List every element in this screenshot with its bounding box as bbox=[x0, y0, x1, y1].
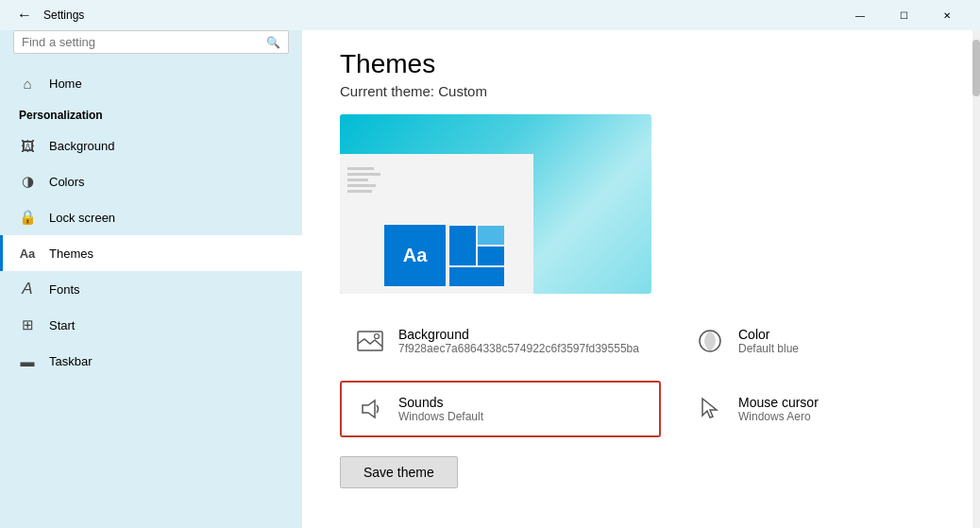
sounds-option-subtitle: Windows Default bbox=[398, 410, 483, 423]
svg-marker-3 bbox=[363, 400, 375, 417]
background-option-text: Background 7f928aec7a6864338c574922c6f35… bbox=[398, 327, 639, 355]
svg-marker-4 bbox=[702, 399, 717, 417]
sidebar-item-label: Taskbar bbox=[49, 354, 93, 368]
sidebar-section-personalization: Personalization bbox=[0, 101, 302, 128]
background-option-subtitle: 7f928aec7a6864338c574922c6f3597fd39555ba bbox=[398, 342, 639, 355]
option-background[interactable]: Background 7f928aec7a6864338c574922c6f35… bbox=[340, 313, 661, 369]
lock-icon: 🔒 bbox=[19, 209, 36, 226]
mouse-cursor-option-title: Mouse cursor bbox=[738, 395, 819, 410]
color-option-title: Color bbox=[738, 327, 799, 342]
mouse-cursor-option-icon bbox=[695, 394, 725, 424]
sounds-option-icon bbox=[355, 394, 385, 424]
main-content: Themes Current theme: Custom Aa bbox=[302, 0, 980, 528]
save-theme-button[interactable]: Save theme bbox=[340, 456, 458, 488]
taskbar-icon: ▬ bbox=[19, 352, 36, 369]
search-input[interactable] bbox=[22, 35, 266, 49]
option-color[interactable]: Color Default blue bbox=[680, 313, 963, 369]
page-title: Themes bbox=[340, 49, 961, 79]
sounds-option-title: Sounds bbox=[398, 395, 483, 410]
sidebar: 🔍 ⌂ Home Personalization 🖼 Background ◑ … bbox=[0, 0, 302, 528]
sidebar-item-home[interactable]: ⌂ Home bbox=[0, 65, 302, 101]
sidebar-item-start[interactable]: ⊞ Start bbox=[0, 307, 302, 343]
mouse-cursor-option-text: Mouse cursor Windows Aero bbox=[738, 395, 819, 423]
fonts-icon: A bbox=[19, 281, 36, 298]
option-mouse-cursor[interactable]: Mouse cursor Windows Aero bbox=[680, 381, 963, 437]
color-option-subtitle: Default blue bbox=[738, 342, 799, 355]
scrollbar-thumb[interactable] bbox=[972, 40, 980, 96]
current-theme-label: Current theme: Custom bbox=[340, 83, 961, 99]
back-button[interactable]: ← bbox=[11, 2, 38, 28]
theme-options-grid: Background 7f928aec7a6864338c574922c6f35… bbox=[340, 313, 961, 437]
titlebar-title: Settings bbox=[43, 9, 84, 22]
theme-preview: Aa bbox=[340, 114, 651, 294]
colors-icon: ◑ bbox=[19, 173, 36, 190]
sidebar-item-label: Home bbox=[49, 77, 82, 91]
sidebar-item-themes[interactable]: Aa Themes bbox=[0, 235, 302, 271]
sidebar-item-colors[interactable]: ◑ Colors bbox=[0, 163, 302, 199]
back-icon: ← bbox=[17, 7, 32, 24]
sidebar-item-label: Background bbox=[49, 139, 114, 153]
option-sounds[interactable]: Sounds Windows Default bbox=[340, 381, 661, 437]
color-option-text: Color Default blue bbox=[738, 327, 799, 355]
start-icon: ⊞ bbox=[19, 316, 36, 333]
sidebar-item-label: Fonts bbox=[49, 282, 80, 297]
sidebar-item-taskbar[interactable]: ▬ Taskbar bbox=[0, 343, 302, 379]
titlebar: ← Settings — ☐ ✕ bbox=[0, 0, 980, 30]
sidebar-item-label: Lock screen bbox=[49, 211, 115, 225]
search-box[interactable]: 🔍 bbox=[13, 30, 289, 54]
minimize-button[interactable]: — bbox=[838, 0, 882, 30]
scrollbar[interactable] bbox=[972, 30, 980, 528]
mouse-cursor-option-subtitle: Windows Aero bbox=[738, 410, 819, 423]
home-icon: ⌂ bbox=[19, 75, 36, 92]
color-option-icon bbox=[695, 326, 725, 356]
background-option-title: Background bbox=[398, 327, 639, 342]
background-option-icon bbox=[355, 326, 385, 356]
sidebar-item-label: Start bbox=[49, 318, 75, 332]
svg-point-1 bbox=[375, 334, 380, 339]
sidebar-item-background[interactable]: 🖼 Background bbox=[0, 128, 302, 163]
background-icon: 🖼 bbox=[19, 137, 36, 154]
sidebar-item-fonts[interactable]: A Fonts bbox=[0, 271, 302, 307]
window-controls: — ☐ ✕ bbox=[838, 0, 969, 30]
sidebar-item-label: Themes bbox=[49, 247, 93, 261]
themes-icon: Aa bbox=[19, 245, 36, 262]
close-button[interactable]: ✕ bbox=[925, 0, 969, 30]
sidebar-item-label: Colors bbox=[49, 175, 85, 189]
search-icon: 🔍 bbox=[266, 36, 280, 49]
restore-button[interactable]: ☐ bbox=[882, 0, 925, 30]
sidebar-item-lock-screen[interactable]: 🔒 Lock screen bbox=[0, 199, 302, 235]
sounds-option-text: Sounds Windows Default bbox=[398, 395, 483, 423]
